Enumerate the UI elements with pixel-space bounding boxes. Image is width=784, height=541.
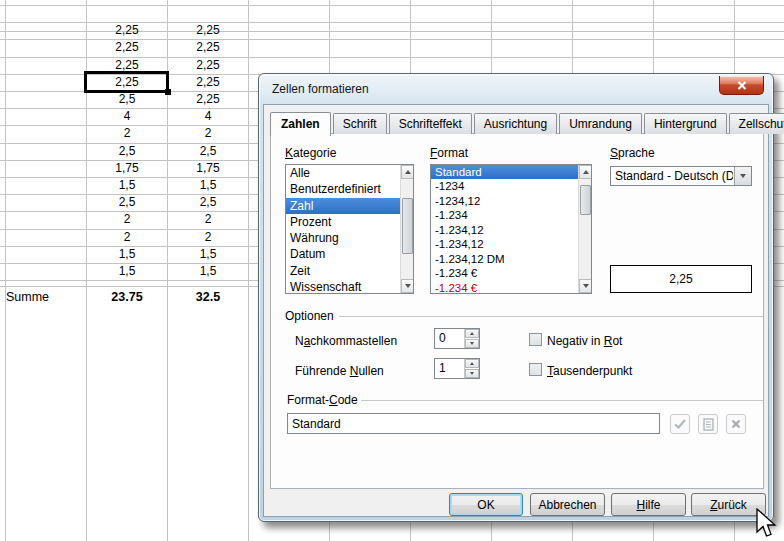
dialog-client-area: ZahlenSchriftSchrifteffektAusrichtungUmr… bbox=[263, 104, 769, 517]
sheet-cell-c[interactable]: 2 bbox=[168, 229, 248, 246]
spin-up-icon[interactable] bbox=[465, 329, 479, 338]
format-item[interactable]: -1.234 € bbox=[431, 281, 578, 295]
sheet-cell-c[interactable]: 2,25 bbox=[168, 74, 248, 91]
ok-button[interactable]: OK bbox=[449, 493, 523, 516]
spin-down-icon[interactable] bbox=[465, 369, 479, 378]
sheet-cell-b[interactable]: 2 bbox=[87, 229, 167, 246]
negative-red-label[interactable]: Negativ in Rot bbox=[547, 334, 622, 348]
decimals-stepper[interactable]: 0 bbox=[434, 328, 480, 349]
sheet-cell-b[interactable]: 1,5 bbox=[87, 263, 167, 280]
cancel-button[interactable]: Abbrechen bbox=[530, 493, 605, 516]
format-item[interactable]: -1234,12 bbox=[431, 194, 578, 208]
format-code-group-label: Format-Code bbox=[287, 393, 358, 407]
format-item[interactable]: -1234 bbox=[431, 179, 578, 193]
sheet-cell-c[interactable]: 2 bbox=[168, 125, 248, 142]
category-item[interactable]: Benutzerdefiniert bbox=[286, 181, 400, 197]
sheet-cell-b[interactable]: 2,5 bbox=[87, 194, 167, 211]
tab-hintergrund[interactable]: Hintergrund bbox=[644, 113, 727, 134]
delete-format-button[interactable] bbox=[726, 414, 746, 434]
scroll-up-icon[interactable] bbox=[579, 165, 592, 179]
sheet-cell-b[interactable]: 2,25 bbox=[87, 39, 167, 56]
language-label: Sprache bbox=[610, 146, 655, 160]
format-scrollbar[interactable] bbox=[578, 165, 591, 293]
category-listbox[interactable]: AlleBenutzerdefiniertZahlProzentWährungD… bbox=[285, 164, 414, 294]
fill-handle[interactable] bbox=[165, 89, 171, 95]
sum-cell-b[interactable]: 23,75 bbox=[87, 284, 167, 301]
apply-format-button[interactable] bbox=[670, 414, 690, 434]
category-item[interactable]: Prozent bbox=[286, 214, 400, 230]
language-select[interactable]: Standard - Deutsch (De bbox=[610, 166, 752, 186]
format-label: Format bbox=[430, 146, 468, 160]
selected-cell-border[interactable] bbox=[84, 71, 169, 93]
thousands-separator-checkbox[interactable] bbox=[529, 363, 542, 376]
help-button[interactable]: Hilfe bbox=[611, 493, 686, 516]
scrollbar-thumb[interactable] bbox=[402, 198, 413, 254]
sheet-cell-b[interactable]: 2,5 bbox=[87, 143, 167, 160]
chevron-down-icon bbox=[740, 174, 746, 178]
tab-ausrichtung[interactable]: Ausrichtung bbox=[474, 113, 557, 134]
sheet-cell-c[interactable]: 2,25 bbox=[168, 39, 248, 56]
dialog-titlebar[interactable]: Zellen formatieren bbox=[259, 74, 773, 104]
category-item[interactable]: Währung bbox=[286, 230, 400, 246]
sheet-cell-b[interactable]: 1,5 bbox=[87, 246, 167, 263]
scrollbar-thumb[interactable] bbox=[580, 185, 591, 215]
sum-cell-c[interactable]: 32,5 bbox=[168, 284, 248, 301]
format-code-input[interactable] bbox=[287, 413, 660, 434]
format-item[interactable]: -1.234 bbox=[431, 208, 578, 222]
sheet-cell-b[interactable]: 1,75 bbox=[87, 160, 167, 177]
sheet-cell-b[interactable]: 2,25 bbox=[87, 22, 167, 39]
decimals-value: 0 bbox=[439, 329, 446, 348]
sheet-cell-c[interactable]: 2,5 bbox=[168, 143, 248, 160]
sheet-cell-c[interactable]: 2,25 bbox=[168, 91, 248, 108]
sheet-cell-c[interactable]: 2,5 bbox=[168, 194, 248, 211]
tab-zellschutz[interactable]: Zellschutz bbox=[729, 113, 784, 134]
close-button[interactable] bbox=[719, 76, 764, 95]
language-selected-value: Standard - Deutsch (De bbox=[615, 167, 733, 185]
tab-schrift[interactable]: Schrift bbox=[333, 113, 387, 134]
leading-zeros-stepper[interactable]: 1 bbox=[434, 358, 480, 379]
scroll-down-icon[interactable] bbox=[579, 279, 592, 293]
sheet-cell-c[interactable]: 2,25 bbox=[168, 22, 248, 39]
thousands-separator-label[interactable]: Tausenderpunkt bbox=[547, 364, 632, 378]
tab-umrandung[interactable]: Umrandung bbox=[559, 113, 642, 134]
scroll-up-icon[interactable] bbox=[401, 165, 414, 179]
spin-up-icon[interactable] bbox=[465, 359, 479, 368]
category-item[interactable]: Zeit bbox=[286, 263, 400, 279]
format-item[interactable]: -1.234,12 DM bbox=[431, 252, 578, 266]
format-item[interactable]: -1.234,12 bbox=[431, 237, 578, 251]
sum-label-cell[interactable]: Summe bbox=[6, 284, 84, 301]
sheet-cell-b[interactable]: 1,5 bbox=[87, 177, 167, 194]
category-label: Kategorie bbox=[285, 146, 336, 160]
category-scrollbar[interactable] bbox=[400, 165, 413, 293]
format-listbox[interactable]: Standard-1234-1234,12-1.234-1.234,12-1.2… bbox=[430, 164, 592, 294]
format-item[interactable]: Standard bbox=[431, 165, 578, 179]
dropdown-button[interactable] bbox=[734, 167, 751, 185]
category-item[interactable]: Datum bbox=[286, 246, 400, 262]
format-item[interactable]: -1.234 € bbox=[431, 266, 578, 280]
sheet-cell-b[interactable]: 2,5 bbox=[87, 91, 167, 108]
sheet-cell-c[interactable]: 1,75 bbox=[168, 160, 248, 177]
category-item[interactable]: Zahl bbox=[286, 198, 400, 214]
category-item[interactable]: Alle bbox=[286, 165, 400, 181]
sheet-cell-c[interactable]: 1,5 bbox=[168, 177, 248, 194]
decimals-label: Nachkommastellen bbox=[295, 334, 397, 348]
category-item[interactable]: Wissenschaft bbox=[286, 279, 400, 294]
tab-schrifteffekt[interactable]: Schrifteffekt bbox=[389, 113, 472, 134]
spin-down-icon[interactable] bbox=[465, 339, 479, 348]
sheet-cell-c[interactable]: 4 bbox=[168, 108, 248, 125]
format-item[interactable]: -1.234,12 bbox=[431, 223, 578, 237]
mouse-cursor-icon bbox=[755, 508, 779, 541]
dialog-title: Zellen formatieren bbox=[272, 82, 369, 96]
sheet-cell-c[interactable]: 2,25 bbox=[168, 57, 248, 74]
negative-red-checkbox[interactable] bbox=[529, 333, 542, 346]
sheet-cell-c[interactable]: 1,5 bbox=[168, 246, 248, 263]
sheet-cell-c[interactable]: 1,5 bbox=[168, 263, 248, 280]
sheet-cell-b[interactable]: 2 bbox=[87, 211, 167, 228]
edit-comment-button[interactable] bbox=[698, 414, 718, 434]
sheet-cell-b[interactable]: 4 bbox=[87, 108, 167, 125]
scroll-down-icon[interactable] bbox=[401, 279, 414, 293]
sheet-cell-b[interactable]: 2 bbox=[87, 125, 167, 142]
leading-zeros-label: Führende Nullen bbox=[295, 364, 384, 378]
tab-zahlen[interactable]: Zahlen bbox=[270, 112, 331, 136]
sheet-cell-c[interactable]: 2 bbox=[168, 211, 248, 228]
